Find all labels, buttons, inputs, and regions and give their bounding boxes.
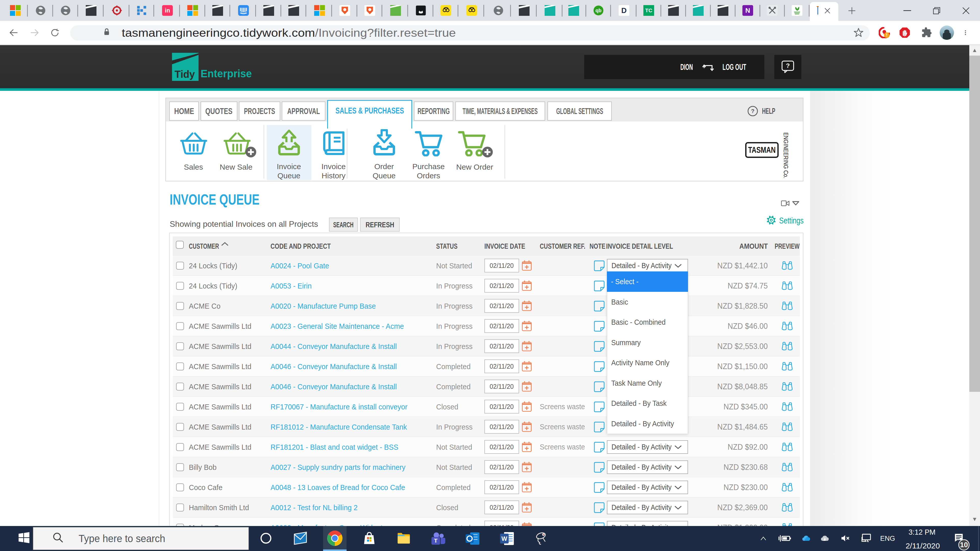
svg-text:!: ! [886,33,887,37]
svg-text:?: ? [751,108,755,114]
svg-text:T: T [434,537,438,544]
svg-text:W: W [501,535,508,542]
svg-text:?: ? [786,62,790,69]
svg-text:qb: qb [595,8,601,13]
